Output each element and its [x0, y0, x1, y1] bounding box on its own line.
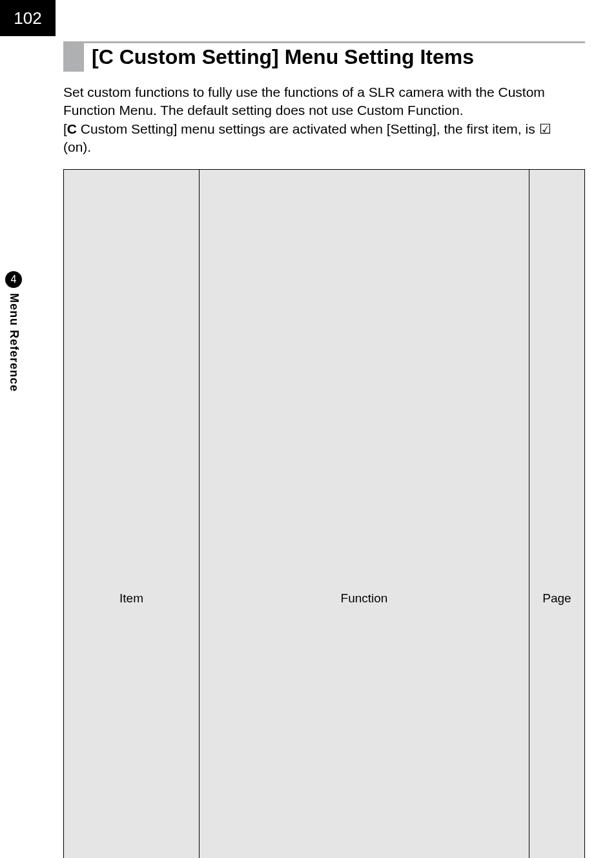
- settings-table: Item Function Page Setting Sets to use t…: [63, 169, 585, 858]
- col-header-item: Item: [64, 170, 200, 858]
- page-number: 102: [14, 8, 41, 28]
- checkbox-on-icon: ☑: [539, 121, 551, 136]
- section-title-bold: C: [99, 45, 114, 68]
- intro-line2c: Custom Setting] menu settings are activa…: [77, 121, 539, 136]
- section-title-prefix: [: [92, 45, 99, 68]
- intro-line2b: C: [67, 121, 77, 136]
- intro-paragraph: Set custom functions to fully use the fu…: [63, 83, 580, 156]
- chapter-number-dot: 4: [5, 271, 22, 288]
- page-number-tab: 102: [0, 0, 56, 36]
- chapter-number: 4: [11, 274, 17, 285]
- chapter-label: Menu Reference: [7, 293, 21, 392]
- table-header-row: Item Function Page: [64, 170, 585, 858]
- intro-line2e: (on).: [63, 139, 91, 154]
- intro-line1: Set custom functions to fully use the fu…: [63, 85, 545, 117]
- col-header-page: Page: [529, 170, 585, 858]
- section-title-rest: Custom Setting] Menu Setting Items: [114, 45, 474, 68]
- section-heading: [C Custom Setting] Menu Setting Items: [63, 41, 585, 72]
- chapter-side-tab: 4 Menu Reference: [0, 271, 27, 439]
- col-header-function: Function: [200, 170, 529, 858]
